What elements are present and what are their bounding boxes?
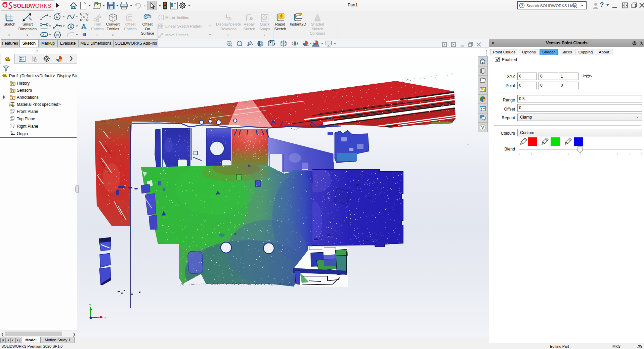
svg-text:SOLID: SOLID [13,3,30,9]
svg-text:History: History [17,81,30,86]
svg-text:Sensors: Sensors [17,88,32,93]
svg-text:?: ? [521,4,523,8]
svg-text:Top Plane: Top Plane [17,117,35,121]
svg-text:Origin: Origin [17,131,28,136]
svg-text:Annotations: Annotations [17,95,39,100]
svg-text:Part1 (Default<<Default>_Disp: Part1 (Default<<Default>_Display Sta [9,74,77,78]
svg-text:Material <not specified>: Material <not specified> [17,102,61,107]
svg-text:WORKS: WORKS [30,3,51,9]
svg-text:y: y [89,303,91,306]
svg-text:x: x [104,316,106,319]
svg-text:Right Plane: Right Plane [17,124,38,129]
svg-text:A: A [12,97,14,100]
svg-text:Front Plane: Front Plane [17,109,38,114]
